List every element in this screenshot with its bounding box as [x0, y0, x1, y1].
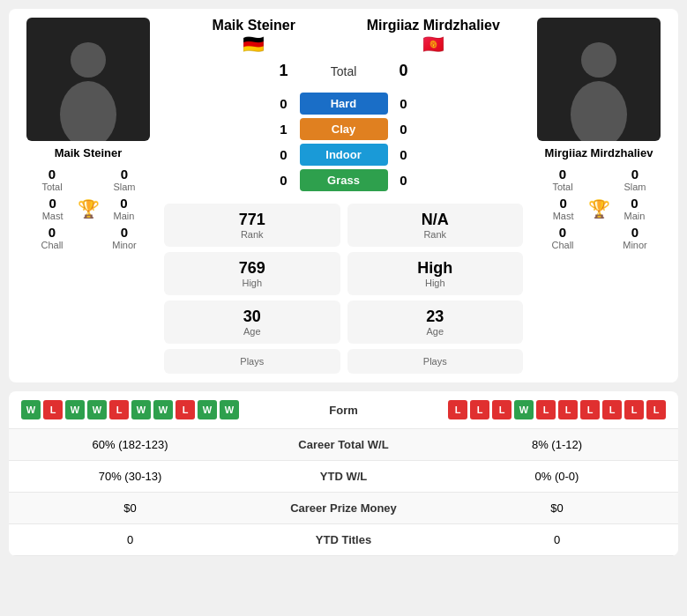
left-main-value: 0 [120, 196, 127, 211]
right-bottom-stats: 0 Chall 0 Minor [528, 225, 669, 250]
grass-right: 0 [395, 173, 413, 188]
right-mast-value: 0 [559, 196, 566, 211]
right-career-wl: 8% (1-12) [436, 429, 678, 461]
left-info-boxes: 771 Rank 769 High 30 Age Plays [164, 204, 340, 374]
hard-btn: Hard [300, 93, 388, 115]
left-rank-box: 771 Rank [164, 204, 340, 247]
left-main-cell: 0 Main [114, 196, 135, 221]
right-plays-label: Plays [356, 356, 515, 367]
form-badge-l: L [580, 400, 600, 419]
prize-row: $0 Career Prize Money $0 [9, 493, 678, 524]
ytd-wl-row: 70% (30-13) YTD W/L 0% (0-0) [9, 461, 678, 493]
form-badge-w: W [514, 400, 534, 419]
right-total-value: 0 [559, 167, 566, 182]
left-plays-box: Plays [164, 349, 340, 374]
form-badge-l: L [43, 400, 63, 419]
left-flag: 🇩🇪 [164, 33, 344, 55]
svg-point-1 [60, 81, 116, 141]
left-player-name: Maik Steiner [55, 146, 123, 160]
right-chall-label: Chall [551, 240, 573, 250]
bottom-section: WLWWLWWLWW Form LLLWLLLLLL 60% (182-123)… [9, 391, 678, 556]
right-chall-cell: 0 Chall [528, 225, 597, 250]
grass-left: 0 [275, 173, 293, 188]
right-minor-label: Minor [623, 240, 647, 250]
left-rank-label: Rank [173, 229, 332, 240]
right-ytd-wl: 0% (0-0) [436, 461, 678, 493]
form-row: WLWWLWWLWW Form LLLWLLLLLL [9, 391, 678, 429]
form-badge-w: W [220, 400, 239, 419]
form-badge-w: W [87, 400, 107, 419]
form-badge-l: L [558, 400, 578, 419]
right-slam-cell: 0 Slam [601, 167, 669, 192]
form-badge-l: L [536, 400, 556, 419]
career-wl-label: Career Total W/L [251, 429, 436, 461]
form-badge-l: L [646, 400, 666, 419]
total-left-score: 1 [275, 62, 293, 80]
left-mast-cell: 0 Mast [42, 196, 63, 221]
right-header-name: Mirgiiaz Mirdzhaliev [344, 18, 524, 33]
form-badge-l: L [470, 400, 489, 419]
right-stats-grid: 0 Total 0 Slam [528, 167, 669, 192]
left-minor-value: 0 [121, 225, 128, 240]
left-mast-label: Mast [42, 211, 63, 221]
left-chall-cell: 0 Chall [18, 225, 86, 250]
form-badge-l: L [109, 400, 129, 419]
clay-right: 0 [395, 122, 413, 137]
left-header-name: Maik Steiner [164, 18, 344, 33]
right-prize: $0 [436, 493, 678, 524]
left-total-cell: 0 Total [18, 167, 86, 192]
left-player-photo [26, 18, 150, 141]
right-mast-label: Mast [553, 211, 574, 221]
right-form-cell: LLLWLLLLLL [436, 391, 678, 429]
indoor-right: 0 [395, 147, 413, 162]
form-badge-w: W [65, 400, 85, 419]
form-badge-l: L [175, 400, 195, 419]
right-main-label: Main [624, 211, 646, 221]
right-main-cell: 0 Main [624, 196, 646, 221]
left-main-label: Main [114, 211, 135, 221]
career-wl-row: 60% (182-123) Career Total W/L 8% (1-12) [9, 429, 678, 461]
left-form-cell: WLWWLWWLWW [9, 391, 251, 429]
right-age-box: 23 Age [347, 301, 524, 344]
hard-right: 0 [395, 96, 413, 111]
right-rank-label: Rank [356, 229, 515, 240]
form-label: Form [251, 391, 436, 429]
right-trophy-area: 0 Mast 🏆 0 Main [553, 196, 646, 221]
right-titles: 0 [436, 524, 678, 556]
hard-left: 0 [275, 96, 293, 111]
right-main-value: 0 [631, 196, 638, 211]
right-age-label: Age [356, 326, 515, 337]
form-badge-l: L [492, 400, 512, 419]
form-badge-w: W [131, 400, 151, 419]
clay-left: 1 [275, 122, 293, 137]
form-badge-l: L [624, 400, 644, 419]
svg-point-0 [71, 42, 106, 78]
surface-rows: 0 Hard 0 1 Clay 0 0 Indoor 0 [164, 89, 523, 195]
left-rank-value: 771 [173, 211, 332, 229]
right-total-label: Total [552, 182, 572, 192]
prize-label: Career Prize Money [251, 493, 436, 524]
left-stats-grid: 0 Total 0 Slam [18, 167, 159, 192]
total-right-score: 0 [395, 62, 413, 80]
left-high-label: High [173, 278, 332, 288]
right-high-value: High [356, 259, 515, 278]
svg-point-3 [571, 81, 627, 141]
right-age-value: 23 [356, 308, 515, 326]
right-plays-box: Plays [347, 349, 524, 374]
right-total-cell: 0 Total [528, 167, 597, 192]
svg-point-2 [581, 42, 616, 78]
top-section: Maik Steiner 0 Total 0 Slam 0 Mast [9, 9, 678, 382]
right-high-box: High High [347, 252, 524, 295]
left-slam-value: 0 [121, 167, 128, 182]
right-player-panel: Mirgiiaz Mirdzhaliev 0 Total 0 Slam 0 Ma… [528, 18, 669, 250]
center-column: Maik Steiner 🇩🇪 Mirgiiaz Mirdzhaliev 🇰🇬 … [164, 18, 523, 374]
right-player-silhouette [559, 35, 638, 141]
right-header: Mirgiiaz Mirdzhaliev 🇰🇬 [344, 18, 524, 55]
right-mast-cell: 0 Mast [553, 196, 574, 221]
clay-btn: Clay [300, 118, 388, 140]
form-badge-l: L [448, 400, 467, 419]
right-flag: 🇰🇬 [344, 33, 524, 55]
right-high-label: High [356, 278, 515, 288]
indoor-row: 0 Indoor 0 [164, 144, 523, 166]
left-high-box: 769 High [164, 252, 340, 295]
